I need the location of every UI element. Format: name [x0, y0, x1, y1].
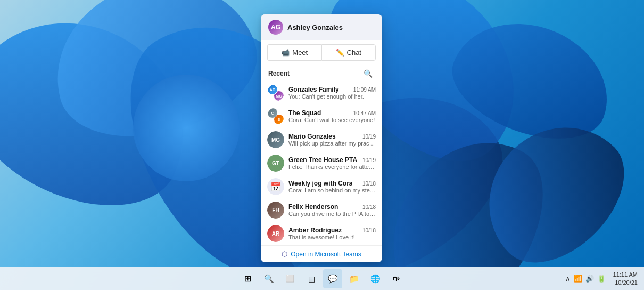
user-name: Ashley Gonzales: [287, 23, 343, 31]
tray-chevron[interactable]: ∧: [564, 273, 572, 284]
conversation-list: AG MG Gonzales Family 11:09 AM You: Can'…: [261, 81, 382, 245]
taskbar-taskview-button[interactable]: ⬜: [280, 269, 300, 288]
fileexplorer-icon: 📁: [349, 274, 359, 284]
search-icon: 🔍: [264, 274, 274, 284]
conversation-content: Felix Henderson 10/18 Can you drive me t…: [288, 203, 376, 217]
conversation-preview: Cora: Can't wait to see everyone!: [288, 117, 376, 123]
conversation-time: 10/19: [362, 134, 376, 140]
conversation-preview: Will pick up pizza after my practice.: [288, 140, 376, 147]
conversation-name: Green Tree House PTA: [288, 156, 357, 164]
conversation-name: Amber Rodriguez: [288, 227, 342, 234]
conversation-name: Felix Henderson: [288, 203, 338, 211]
taskbar: ⊞ 🔍 ⬜ ▦ 💬 📁 🌐: [0, 267, 644, 290]
open-teams-label: Open in Microsoft Teams: [291, 251, 361, 258]
taskbar-widgets-button[interactable]: ▦: [302, 269, 321, 288]
recent-header: Recent 🔍: [261, 65, 382, 81]
chat-icon: ✏️: [336, 49, 344, 57]
meet-label: Meet: [292, 49, 308, 57]
chat-label: Chat: [347, 49, 361, 57]
conversation-name: Weekly jog with Cora: [288, 180, 352, 187]
meet-icon: 📹: [281, 49, 290, 57]
conversation-time: 10/19: [362, 157, 376, 163]
chat-panel: AG Ashley Gonzales 📹 Meet ✏️ Chat Recent…: [261, 14, 382, 262]
conversation-name: Mario Gonzales: [288, 133, 336, 140]
conversation-content: The Squad 10:47 AM Cora: Can't wait to s…: [288, 109, 376, 123]
conversation-content: Weekly jog with Cora 10/18 Cora: I am so…: [288, 180, 376, 194]
system-clock[interactable]: 11:11 AM 10/20/21: [613, 271, 638, 286]
taskbar-start-button[interactable]: ⊞: [238, 269, 257, 288]
conversation-item[interactable]: GT Green Tree House PTA 10/19 Felix: Tha…: [261, 151, 382, 175]
conversation-time: 10/18: [362, 204, 376, 210]
clock-time: 11:11 AM: [613, 271, 638, 278]
taskbar-right: ∧ 📶 🔊 🔋 11:11 AM 10/20/21: [564, 271, 638, 286]
conversation-content: Mario Gonzales 10/19 Will pick up pizza …: [288, 133, 376, 147]
system-tray: ∧ 📶 🔊 🔋: [564, 273, 607, 284]
conversation-item[interactable]: 📅 Weekly jog with Cora 10/18 Cora: I am …: [261, 175, 382, 198]
clock-date: 10/20/21: [613, 279, 638, 286]
start-icon: ⊞: [244, 273, 251, 284]
taskbar-edge-button[interactable]: 🌐: [366, 269, 385, 288]
conversation-item[interactable]: FH Felix Henderson 10/18 Can you drive m…: [261, 198, 382, 222]
conversation-time: 10/18: [362, 228, 376, 233]
conversation-time: 10:47 AM: [353, 110, 376, 116]
chat-teams-icon: 💬: [328, 274, 338, 284]
taskbar-chat-button[interactable]: 💬: [323, 269, 342, 288]
meet-button[interactable]: 📹 Meet: [267, 44, 321, 61]
taskbar-center: ⊞ 🔍 ⬜ ▦ 💬 📁 🌐: [238, 269, 406, 288]
conversation-name: The Squad: [288, 109, 321, 117]
panel-header: AG Ashley Gonzales: [261, 14, 382, 40]
panel-actions: 📹 Meet ✏️ Chat: [261, 40, 382, 65]
taskbar-store-button[interactable]: 🛍: [387, 269, 406, 288]
conversation-content: Green Tree House PTA 10/19 Felix: Thanks…: [288, 156, 376, 170]
taskbar-fileexplorer-button[interactable]: 📁: [344, 269, 364, 288]
conversation-preview: Felix: Thanks everyone for attending tod…: [288, 164, 376, 170]
avatar-image: AG: [268, 20, 283, 35]
conversation-preview: That is awesome! Love it!: [288, 234, 376, 240]
chat-button[interactable]: ✏️ Chat: [321, 44, 376, 61]
conversation-preview: You: Can't get enough of her.: [288, 93, 376, 100]
conversation-item[interactable]: AG MG Gonzales Family 11:09 AM You: Can'…: [261, 81, 382, 104]
conversation-content: Amber Rodriguez 10/18 That is awesome! L…: [288, 227, 376, 240]
conversation-avatar: AG MG: [267, 84, 284, 101]
speaker-icon[interactable]: 🔊: [584, 273, 595, 284]
open-teams-button[interactable]: ⬡ Open in Microsoft Teams: [261, 245, 382, 262]
search-conversations-button[interactable]: 🔍: [361, 68, 375, 79]
conversation-avatar: GT: [267, 155, 284, 172]
conversation-avatar: AR: [267, 225, 284, 242]
battery-icon[interactable]: 🔋: [596, 273, 607, 284]
taskbar-search-button[interactable]: 🔍: [259, 269, 278, 288]
conversation-name: Gonzales Family: [288, 86, 339, 93]
conversation-avatar: FH: [267, 202, 284, 219]
conversation-time: 11:09 AM: [353, 87, 376, 93]
recent-label: Recent: [268, 70, 290, 77]
desktop: AG Ashley Gonzales 📹 Meet ✏️ Chat Recent…: [0, 0, 644, 290]
conversation-avatar: C S: [267, 108, 284, 125]
wifi-icon[interactable]: 📶: [573, 273, 583, 284]
taskview-icon: ⬜: [286, 275, 294, 283]
teams-icon: ⬡: [282, 250, 287, 258]
widgets-icon: ▦: [308, 275, 315, 283]
conversation-content: Gonzales Family 11:09 AM You: Can't get …: [288, 86, 376, 100]
conversation-item[interactable]: AR Amber Rodriguez 10/18 That is awesome…: [261, 222, 382, 245]
conversation-preview: Cora: I am so behind on my step goals.: [288, 187, 376, 194]
conversation-preview: Can you drive me to the PTA today?: [288, 211, 376, 217]
user-avatar: AG: [268, 20, 283, 35]
conversation-avatar: 📅: [267, 178, 284, 195]
conversation-item[interactable]: MG Mario Gonzales 10/19 Will pick up piz…: [261, 128, 382, 151]
conversation-avatar: MG: [267, 131, 284, 148]
store-icon: 🛍: [393, 274, 401, 283]
conversation-time: 10/18: [362, 181, 376, 187]
conversation-item[interactable]: C S The Squad 10:47 AM Cora: Can't wait …: [261, 104, 382, 128]
edge-icon: 🌐: [370, 274, 381, 284]
